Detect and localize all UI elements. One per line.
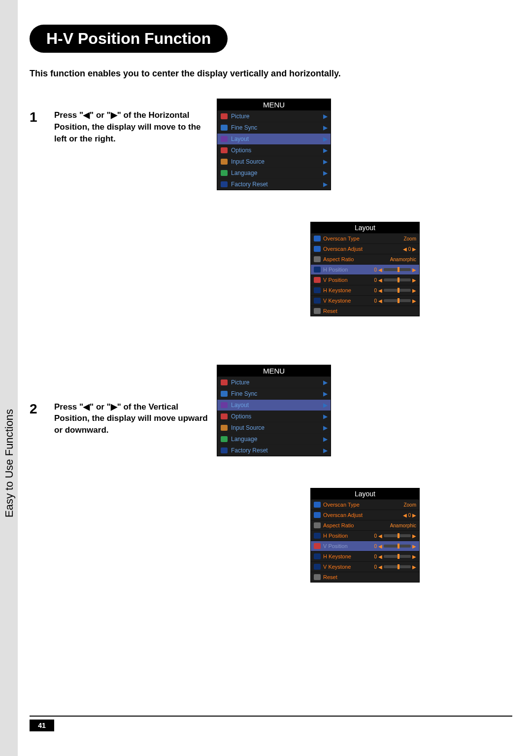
- menu-item-input[interactable]: Input Source▶: [217, 156, 331, 167]
- layout-row-hkeystone[interactable]: H Keystone0◀▶: [311, 551, 419, 561]
- step-number: 2: [30, 401, 54, 417]
- slider[interactable]: 0◀▶: [374, 277, 416, 283]
- arrow-right-icon: ▶: [412, 298, 416, 304]
- row-label: Reset: [323, 308, 337, 314]
- vkeystone-icon: [314, 564, 321, 570]
- layout-row-overscan-type[interactable]: Overscan TypeZoom: [311, 233, 419, 243]
- row-value: Zoom: [403, 502, 416, 508]
- reset-icon: [221, 447, 228, 453]
- chevron-right-icon: ▶: [323, 424, 328, 431]
- layout-panel-2: Layout Overscan TypeZoom Overscan Adjust…: [310, 488, 420, 583]
- row-label: Overscan Type: [323, 236, 360, 241]
- slider[interactable]: 0◀▶: [374, 298, 416, 304]
- slider[interactable]: 0◀▶: [374, 544, 416, 549]
- menu-item-reset[interactable]: Factory Reset▶: [217, 178, 331, 190]
- layout-row-overscan-adjust[interactable]: Overscan Adjust◀ 0 ▶: [311, 243, 419, 254]
- slider[interactable]: 0◀▶: [374, 564, 416, 570]
- menu-label: Fine Sync: [231, 124, 257, 131]
- slider-track[interactable]: [384, 278, 411, 281]
- menu-item-reset[interactable]: Factory Reset▶: [217, 445, 331, 456]
- menu-item-layout[interactable]: Layout▶: [217, 133, 331, 144]
- row-label: Aspect Ratio: [323, 522, 354, 528]
- arrow-left-icon: ◀: [378, 267, 382, 273]
- reset-icon: [314, 574, 321, 580]
- layout-row-vposition[interactable]: V Position0◀▶: [311, 275, 419, 285]
- row-label: V Position: [323, 277, 348, 283]
- overscan-adjust-icon: [314, 512, 321, 518]
- slider[interactable]: 0◀▶: [374, 533, 416, 539]
- arrow-right-icon: ▶: [412, 533, 416, 539]
- row-label: H Position: [323, 267, 348, 273]
- slider-track[interactable]: [384, 565, 411, 568]
- row-label: Reset: [323, 574, 337, 580]
- layout-row-hposition[interactable]: H Position0◀▶: [311, 530, 419, 541]
- slider-track[interactable]: [384, 289, 411, 292]
- menu-item-picture[interactable]: Picture▶: [217, 377, 331, 388]
- menu-item-finesync[interactable]: Fine Sync▶: [217, 122, 331, 133]
- chevron-right-icon: ▶: [323, 413, 328, 420]
- chevron-right-icon: ▶: [323, 390, 328, 397]
- finesync-icon: [221, 391, 228, 397]
- slider-track[interactable]: [384, 545, 411, 548]
- slider-track[interactable]: [384, 268, 411, 271]
- hkeystone-icon: [314, 553, 321, 559]
- layout-row-vposition[interactable]: V Position0◀▶: [311, 541, 419, 551]
- chevron-right-icon: ▶: [323, 447, 328, 454]
- layout-row-vkeystone[interactable]: V Keystone0◀▶: [311, 561, 419, 572]
- menu-item-input[interactable]: Input Source▶: [217, 422, 331, 433]
- hposition-icon: [314, 267, 321, 273]
- layout-title: Layout: [311, 488, 419, 499]
- layout-title: Layout: [311, 222, 419, 233]
- menu-label: Layout: [231, 402, 249, 409]
- menu-item-options[interactable]: Options▶: [217, 411, 331, 422]
- slider[interactable]: 0◀▶: [374, 554, 416, 559]
- layout-row-reset[interactable]: Reset: [311, 572, 419, 582]
- slider-track[interactable]: [384, 534, 411, 537]
- layout-row-aspect[interactable]: Aspect RatioAnamorphic: [311, 254, 419, 264]
- row-label: Overscan Adjust: [323, 512, 363, 518]
- layout-row-hposition[interactable]: H Position0◀▶: [311, 264, 419, 275]
- slider-track[interactable]: [384, 299, 411, 302]
- layout-icon: [221, 136, 228, 142]
- options-icon: [221, 147, 228, 153]
- layout-row-aspect[interactable]: Aspect RatioAnamorphic: [311, 520, 419, 530]
- menu-item-finesync[interactable]: Fine Sync▶: [217, 388, 331, 399]
- arrow-left-icon: ◀: [378, 544, 382, 549]
- menu-item-language[interactable]: Language▶: [217, 167, 331, 178]
- aspect-icon: [314, 522, 321, 528]
- layout-row-overscan-adjust[interactable]: Overscan Adjust◀ 0 ▶: [311, 510, 419, 520]
- arrow-right-icon: ▶: [412, 277, 416, 283]
- layout-row-reset[interactable]: Reset: [311, 306, 419, 316]
- aspect-icon: [314, 256, 321, 262]
- input-icon: [221, 159, 228, 165]
- row-label: V Position: [323, 543, 348, 549]
- menu-item-options[interactable]: Options▶: [217, 144, 331, 156]
- menu-label: Factory Reset: [231, 181, 268, 188]
- menu-label: Options: [231, 413, 251, 420]
- slider[interactable]: 0◀▶: [374, 267, 416, 273]
- menu-item-picture[interactable]: Picture▶: [217, 110, 331, 122]
- row-value: Anamorphic: [390, 523, 416, 528]
- vkeystone-icon: [314, 298, 321, 304]
- menu-label: Language: [231, 170, 257, 176]
- layout-row-hkeystone[interactable]: H Keystone0◀▶: [311, 285, 419, 295]
- layout-row-overscan-type[interactable]: Overscan TypeZoom: [311, 499, 419, 510]
- menu-label: Picture: [231, 379, 249, 386]
- chevron-right-icon: ▶: [323, 181, 328, 188]
- menu-label: Layout: [231, 136, 249, 142]
- sidebar-label: Easy to Use Functions: [3, 409, 16, 517]
- chevron-right-icon: ▶: [323, 158, 328, 165]
- step-text: Press "◀" or "▶" of the Vertical Positio…: [54, 401, 212, 436]
- reset-icon: [314, 308, 321, 314]
- overscan-adjust-icon: [314, 246, 321, 252]
- arrow-left-icon: ◀: [378, 277, 382, 283]
- menu-item-layout[interactable]: Layout▶: [217, 399, 331, 411]
- language-icon: [221, 170, 228, 176]
- input-icon: [221, 425, 228, 431]
- slider-track[interactable]: [384, 555, 411, 558]
- slider[interactable]: 0◀▶: [374, 288, 416, 293]
- menu-item-language[interactable]: Language▶: [217, 433, 331, 445]
- layout-row-vkeystone[interactable]: V Keystone0◀▶: [311, 295, 419, 306]
- menu-label: Input Source: [231, 424, 265, 431]
- step-text: Press "◀" or "▶" of the Horizontal Posit…: [54, 109, 212, 144]
